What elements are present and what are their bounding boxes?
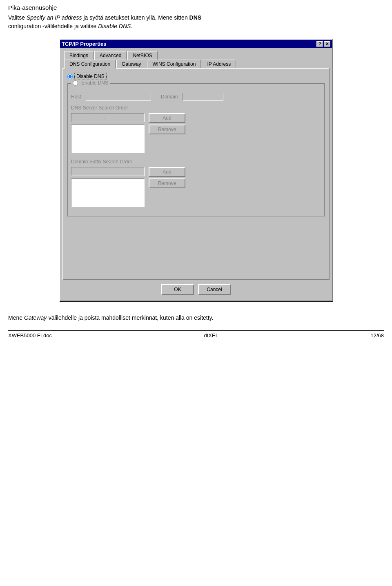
ok-button[interactable]: OK	[161, 284, 194, 295]
suffix-add-button[interactable]: Add	[149, 167, 185, 177]
domain-label: Domain:	[161, 94, 179, 100]
footer-center: dIXEL	[204, 332, 218, 339]
dns-server-section-header: DNS Server Search Order	[71, 105, 321, 111]
tab-gateway[interactable]: Gateway	[116, 60, 146, 69]
host-domain-row: Host: Domain:	[71, 93, 321, 101]
enable-dns-group: Enable DNS Host: Domain: DNS Server Sear…	[67, 83, 325, 216]
intro-italic-2: DNS	[189, 14, 202, 21]
tab-netbios[interactable]: NetBIOS	[127, 51, 157, 60]
domain-suffix-row: Add Remove	[71, 167, 321, 209]
disable-dns-radio[interactable]	[67, 74, 73, 79]
tcpip-dialog: TCP/IP Properties ? ✕ Bindings Advanced …	[59, 39, 333, 301]
tab-advanced[interactable]: Advanced	[94, 51, 127, 60]
ip-octet-1[interactable]	[73, 114, 87, 121]
dns-server-buttons: Add Remove	[149, 113, 185, 134]
footer-left: XWEB5000 FI doc	[8, 332, 52, 339]
bottom-italic: Gateway	[24, 314, 47, 321]
dialog-body: Bindings Advanced NetBIOS DNS Configurat…	[60, 48, 332, 301]
bottom-text: Mene Gateway-välilehdelle ja poista mahd…	[8, 314, 384, 322]
intro-text-2b: -välilehdelle ja valitse	[41, 23, 98, 29]
close-button[interactable]: ✕	[324, 41, 330, 47]
dns-add-button[interactable]: Add	[149, 113, 185, 123]
suffix-buttons: Add Remove	[149, 167, 185, 188]
tabs-row1: Bindings Advanced NetBIOS	[62, 51, 330, 59]
help-button[interactable]: ?	[316, 41, 323, 47]
tab-dns-configuration[interactable]: DNS Configuration	[64, 60, 116, 69]
tabs-row2: DNS Configuration Gateway WINS Configura…	[62, 59, 330, 68]
suffix-remove-button[interactable]: Remove	[149, 178, 185, 188]
dialog-footer: OK Cancel	[62, 280, 330, 298]
intro-italic-3: Disable DNS	[98, 23, 131, 29]
host-label: Host:	[71, 94, 82, 100]
bottom-text-before: Mene	[8, 314, 24, 321]
dns-server-listbox[interactable]	[71, 125, 145, 153]
intro-text-2: configuration	[8, 23, 41, 29]
ip-input-row: . .	[71, 113, 145, 122]
dns-server-row: . . Add	[71, 113, 321, 156]
intro-italic-1: Specify an IP address	[27, 14, 82, 21]
cancel-button[interactable]: Cancel	[198, 284, 231, 295]
bottom-text-after: -välilehdelle ja poista mahdolliset merk…	[47, 314, 213, 321]
tab-wins-configuration[interactable]: WINS Configuration	[147, 60, 201, 69]
enable-dns-label[interactable]: Enable DNS	[81, 80, 108, 86]
dns-remove-button[interactable]: Remove	[149, 125, 185, 134]
tab-content-dns: Disable DNS Enable DNS Host: Domain:	[62, 68, 330, 280]
tab-bindings[interactable]: Bindings	[64, 51, 94, 60]
ip-octet-3[interactable]	[105, 114, 120, 121]
intro-text-1: Valitse	[8, 14, 27, 21]
page-title: Pika-asennusohje	[8, 4, 384, 11]
domain-suffix-section-header: Domain Suffix Search Order	[71, 159, 321, 165]
intro-text-2c: .	[131, 23, 132, 29]
disable-dns-label[interactable]: Disable DNS	[74, 73, 107, 80]
dialog-title: TCP/IP Properties	[62, 41, 107, 47]
footer-right: 12/68	[370, 332, 384, 339]
dialog-titlebar: TCP/IP Properties ? ✕	[60, 40, 332, 48]
host-input[interactable]	[86, 93, 151, 101]
ip-field-container: . .	[71, 113, 145, 122]
dialog-area: TCP/IP Properties ? ✕ Bindings Advanced …	[8, 39, 384, 301]
tab-ip-address[interactable]: IP Address	[202, 60, 236, 69]
enable-dns-legend: Enable DNS	[71, 80, 110, 86]
title-buttons: ? ✕	[316, 41, 330, 47]
footer-bar: XWEB5000 FI doc dIXEL 12/68	[8, 330, 384, 339]
enable-dns-radio[interactable]	[73, 80, 78, 86]
intro-text-1b: ja syötä asetukset kuten yllä. Mene sitt…	[82, 14, 189, 21]
suffix-input[interactable]	[71, 167, 145, 176]
disable-dns-row: Disable DNS	[67, 73, 325, 80]
domain-input[interactable]	[183, 93, 223, 101]
page-intro: Valitse Specify an IP address ja syötä a…	[8, 13, 384, 31]
ip-octet-2[interactable]	[89, 114, 103, 121]
suffix-listbox[interactable]	[71, 178, 145, 207]
